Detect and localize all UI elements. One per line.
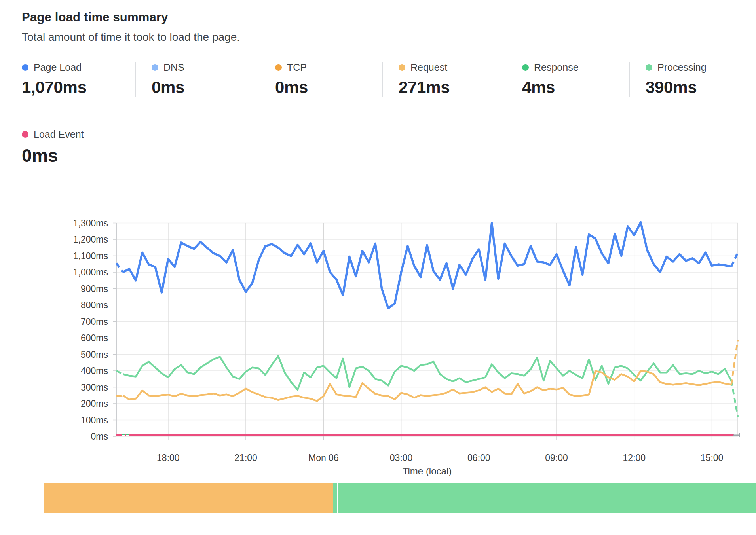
metric-cards-row-2: Load Event 0ms xyxy=(22,129,756,166)
y-tick-label: 200ms xyxy=(81,398,108,409)
series-processing xyxy=(116,356,738,417)
y-tick-label: 600ms xyxy=(81,333,108,343)
metric-value: 0ms xyxy=(275,78,382,97)
legend-dot-icon xyxy=(646,64,652,71)
metric-label: Request xyxy=(410,62,447,73)
metric-card-dns: DNS 0ms xyxy=(135,62,259,97)
legend-dot-icon xyxy=(275,64,282,71)
y-tick-label: 1,200ms xyxy=(73,234,108,245)
metric-label: TCP xyxy=(287,62,307,73)
x-tick-label: 15:00 xyxy=(701,453,724,463)
y-tick-label: 800ms xyxy=(81,300,108,310)
metric-card-request: Request 271ms xyxy=(382,62,506,97)
page-title: Page load time summary xyxy=(22,10,756,25)
y-tick-label: 1,300ms xyxy=(73,218,108,228)
series-page-load xyxy=(116,222,738,308)
page-subtitle: Total amount of time it took to load the… xyxy=(22,31,756,44)
y-tick-label: 100ms xyxy=(81,415,108,425)
timeline-segment-1[interactable] xyxy=(333,483,337,513)
legend-dot-icon xyxy=(152,64,158,71)
y-tick-label: 1,100ms xyxy=(73,251,108,261)
x-tick-label: 03:00 xyxy=(390,453,413,463)
metric-card-load-event: Load Event 0ms xyxy=(22,129,135,166)
metric-label: Response xyxy=(534,62,579,73)
session-timeline-bar[interactable] xyxy=(44,483,756,513)
metric-value: 1,070ms xyxy=(22,78,135,97)
y-tick-label: 900ms xyxy=(81,284,108,294)
series-request xyxy=(116,340,738,401)
x-tick-label: 09:00 xyxy=(545,453,568,463)
metric-card-processing: Processing 390ms xyxy=(629,62,752,97)
x-tick-label: 12:00 xyxy=(623,453,646,463)
timeline-segment-2[interactable] xyxy=(338,483,756,513)
y-tick-label: 1,000ms xyxy=(73,267,108,277)
timeline-segment-0[interactable] xyxy=(44,483,333,513)
metric-legend[interactable]: DNS xyxy=(152,62,259,73)
metric-value: 390ms xyxy=(646,78,752,97)
y-tick-label: 700ms xyxy=(81,317,108,327)
y-tick-label: 400ms xyxy=(81,366,108,376)
metric-label: Processing xyxy=(657,62,707,73)
metric-legend[interactable]: Processing xyxy=(646,62,752,73)
x-tick-label: 21:00 xyxy=(234,453,257,463)
metric-value: 0ms xyxy=(22,145,135,166)
page-load-time-chart: 0ms100ms200ms300ms400ms500ms600ms700ms80… xyxy=(22,209,756,478)
metric-cards-row-1: Page Load 1,070ms DNS 0ms TCP 0ms Reques… xyxy=(22,62,756,97)
metric-legend[interactable]: Response xyxy=(522,62,629,73)
metric-value: 271ms xyxy=(399,78,506,97)
x-tick-label: Mon 06 xyxy=(308,453,339,463)
metric-label: Load Event xyxy=(34,129,84,140)
legend-dot-icon xyxy=(522,64,529,71)
metric-legend[interactable]: Request xyxy=(399,62,506,73)
chart-canvas[interactable]: 0ms100ms200ms300ms400ms500ms600ms700ms80… xyxy=(22,209,756,478)
metric-label: Page Load xyxy=(34,62,82,73)
metric-card-page-load: Page Load 1,070ms xyxy=(22,62,135,97)
page: Page load time summary Total amount of t… xyxy=(0,0,756,513)
metric-card-response: Response 4ms xyxy=(506,62,629,97)
metric-legend[interactable]: Page Load xyxy=(22,62,135,73)
metric-legend[interactable]: Load Event xyxy=(22,129,135,140)
metric-legend[interactable]: TCP xyxy=(275,62,382,73)
y-tick-label: 0ms xyxy=(91,431,108,442)
y-tick-label: 500ms xyxy=(81,349,108,360)
y-tick-label: 300ms xyxy=(81,382,108,393)
metric-label: DNS xyxy=(163,62,184,73)
metric-value: 0ms xyxy=(152,78,259,97)
axis-labels: 0ms100ms200ms300ms400ms500ms600ms700ms80… xyxy=(73,218,724,477)
legend-dot-icon xyxy=(22,131,28,138)
x-tick-label: 18:00 xyxy=(157,453,180,463)
metric-card-tcp: TCP 0ms xyxy=(259,62,382,97)
x-tick-label: 06:00 xyxy=(467,453,490,463)
legend-dot-icon xyxy=(399,64,405,71)
x-axis-title: Time (local) xyxy=(403,466,452,476)
legend-dot-icon xyxy=(22,64,28,71)
metric-value: 4ms xyxy=(522,78,629,97)
